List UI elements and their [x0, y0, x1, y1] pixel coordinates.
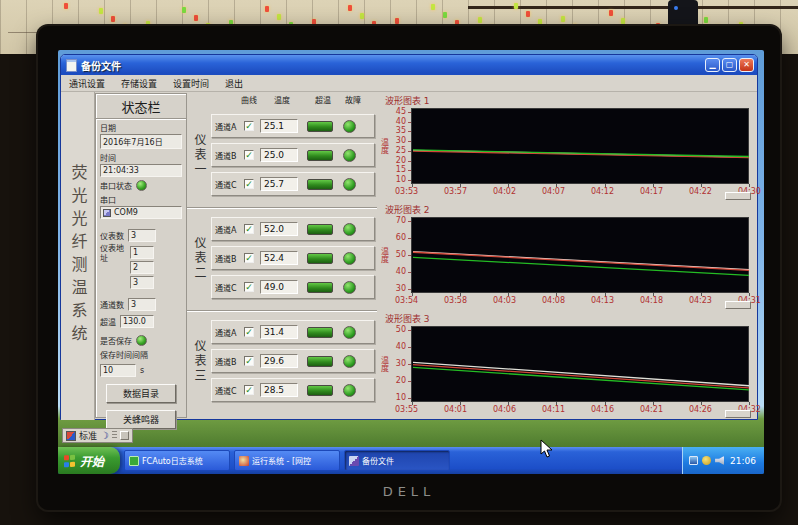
y-tick-mark [408, 112, 411, 113]
volume-icon[interactable] [715, 456, 724, 465]
x-tick-label: 04:06 [493, 405, 516, 414]
language-bar[interactable]: 标准 ☽ [62, 428, 133, 443]
x-tick-label: 04:03 [493, 296, 516, 305]
curve-checkbox[interactable]: ✓ [244, 150, 254, 160]
indicator-lamp [561, 16, 565, 22]
meter-addr-3[interactable]: 3 [130, 276, 154, 289]
indicator-lamp [277, 14, 281, 20]
save-label: 是否保存 [100, 335, 132, 346]
y-tick-mark [408, 238, 411, 239]
meter-addr-2[interactable]: 2 [130, 261, 154, 274]
y-tick-label: 20 [396, 156, 406, 165]
overtemp-led [307, 356, 333, 367]
channel-label: 通道B [215, 253, 244, 264]
x-tick-label: 04:21 [640, 405, 663, 414]
overtemp-led [307, 150, 333, 161]
serial-status-led [136, 180, 147, 191]
curve-checkbox[interactable]: ✓ [244, 282, 254, 292]
close-button[interactable]: ✕ [739, 58, 754, 72]
y-tick-label: 30 [396, 359, 406, 368]
channel-label: 通道A [215, 121, 244, 132]
menu-comm-settings[interactable]: 通讯设置 [69, 77, 105, 90]
x-tick-label: 04:01 [444, 405, 467, 414]
y-tick-mark [408, 272, 411, 273]
display-icon[interactable] [689, 456, 698, 465]
start-button[interactable]: 开始 [58, 447, 120, 474]
channel-count-value[interactable]: 3 [128, 298, 156, 311]
chart-y-axis-label: 温度 [379, 108, 389, 184]
start-label: 开始 [80, 452, 104, 469]
chart-y-axis-label: 温度 [379, 326, 389, 402]
system-title: 荧光光纤测温系统 [66, 164, 90, 348]
curve-checkbox[interactable]: ✓ [244, 253, 254, 263]
temperature-display: 29.6 [260, 354, 298, 368]
minimize-languagebar-button[interactable] [120, 431, 129, 440]
curve-checkbox[interactable]: ✓ [244, 224, 254, 234]
menu-set-time[interactable]: 设置时间 [173, 77, 209, 90]
curve-checkbox[interactable]: ✓ [244, 385, 254, 395]
titlebar: 备份文件 ▁ ▢ ✕ [61, 55, 757, 75]
serial-status-label: 串口状态 [100, 180, 132, 191]
serial-port-selector[interactable]: COM9 [100, 206, 182, 219]
indicator-lamp [514, 3, 518, 9]
channel-label: 通道B [215, 356, 244, 367]
taskbar-item-backup[interactable]: 备份文件 [344, 450, 450, 471]
time-label: 时间 [100, 152, 182, 163]
temperature-display: 28.5 [260, 383, 298, 397]
x-tick-label: 04:07 [542, 187, 565, 196]
x-tick-label: 03:53 [395, 187, 418, 196]
curve-checkbox[interactable]: ✓ [244, 356, 254, 366]
channel-row: 通道C✓28.5 [211, 378, 375, 402]
save-interval-value[interactable]: 10 [100, 364, 136, 377]
y-tick-label: 10 [396, 393, 406, 402]
chart-scrollbar[interactable] [725, 410, 751, 418]
taskbar-item-runtime[interactable]: 运行系统 - [网控 [234, 450, 340, 471]
overtemp-value[interactable]: 130.0 [120, 315, 154, 328]
maximize-button[interactable]: ▢ [722, 58, 737, 72]
indicator-lamp [64, 3, 68, 9]
curve-checkbox[interactable]: ✓ [244, 179, 254, 189]
overtemp-led [307, 327, 333, 338]
indicator-lamp [265, 6, 269, 12]
x-tick-label: 04:22 [689, 187, 712, 196]
time-value: 21:04:33 [100, 164, 182, 177]
fault-led [343, 384, 356, 397]
drag-handle[interactable] [112, 431, 117, 440]
chart-plot [411, 217, 749, 293]
date-value: 2016年7月16日 [100, 134, 182, 149]
y-tick-mark [408, 347, 411, 348]
buzzer-off-button[interactable]: 关蜂鸣器 [106, 410, 176, 429]
chart-title: 波形图表 3 [385, 312, 757, 325]
y-tick-label: 35 [396, 126, 406, 135]
channel-label: 通道A [215, 224, 244, 235]
header-curve: 曲线 [239, 94, 259, 105]
y-tick-label: 40 [396, 267, 406, 276]
y-tick-label: 70 [396, 216, 406, 225]
menu-storage-settings[interactable]: 存储设置 [121, 77, 157, 90]
indicator-lamp [443, 12, 447, 18]
channel-label: 通道B [215, 150, 244, 161]
webcam-led [674, 6, 678, 10]
channel-count-label: 通道数 [100, 299, 124, 310]
temperature-display: 25.7 [260, 177, 298, 191]
temperature-display: 52.0 [260, 222, 298, 236]
chart-scrollbar[interactable] [725, 301, 751, 309]
y-tick-mark [408, 170, 411, 171]
data-directory-button[interactable]: 数据目录 [106, 384, 176, 403]
chart-scrollbar[interactable] [725, 192, 751, 200]
channel-row: 通道B✓25.0 [211, 143, 375, 167]
taskbar-item-fcauto[interactable]: FCAuto日志系统 [124, 450, 230, 471]
menu-exit[interactable]: 退出 [225, 77, 243, 90]
channel-label: 通道A [215, 327, 244, 338]
minimize-button[interactable]: ▁ [705, 58, 720, 72]
app-icon [239, 456, 249, 466]
meter-addr-label: 仪表地址 [100, 244, 126, 264]
shield-icon[interactable] [702, 456, 711, 465]
header-fault: 故障 [343, 94, 363, 105]
y-tick-mark [408, 151, 411, 152]
meter-count-value[interactable]: 3 [128, 229, 156, 242]
indicator-lamp [360, 13, 364, 19]
curve-checkbox[interactable]: ✓ [244, 121, 254, 131]
curve-checkbox[interactable]: ✓ [244, 327, 254, 337]
meter-addr-1[interactable]: 1 [130, 246, 154, 259]
